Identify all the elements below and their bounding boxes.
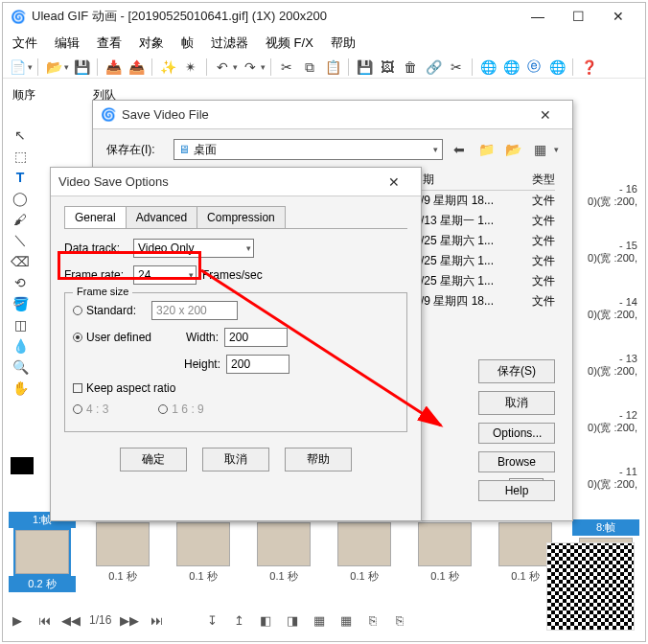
color-swatch[interactable] <box>11 457 34 474</box>
browse-button[interactable]: Browse <box>478 451 555 472</box>
help-button[interactable]: 帮助 <box>285 448 352 472</box>
m1-icon[interactable]: ◧ <box>257 611 274 629</box>
menu-frame[interactable]: 帧 <box>175 33 199 54</box>
text-icon[interactable]: T <box>11 168 30 187</box>
web-icon[interactable]: 🌐 <box>479 58 497 76</box>
menu-videofx[interactable]: 视频 F/X <box>260 33 319 54</box>
location-value: 桌面 <box>194 142 217 158</box>
web2-icon[interactable]: 🌐 <box>502 58 520 76</box>
timeline-frame[interactable]: 0.1 秒 <box>250 520 317 585</box>
menu-filter[interactable]: 过滤器 <box>205 33 254 54</box>
dropdown-icon[interactable]: ▾ <box>64 62 69 72</box>
menu-object[interactable]: 对象 <box>133 33 170 54</box>
save-button[interactable]: 保存(S) <box>478 359 555 383</box>
dialog-icon: 🌀 <box>101 107 116 122</box>
fx-icon[interactable]: ✴ <box>182 58 199 76</box>
cut-icon[interactable]: ✂ <box>278 58 295 76</box>
save-icon[interactable]: 💾 <box>73 58 90 76</box>
line-icon[interactable]: ＼ <box>11 231 30 250</box>
link-icon[interactable]: 🔗 <box>425 58 442 76</box>
maximize-button[interactable]: ☐ <box>559 5 597 28</box>
erase-icon[interactable]: ⌫ <box>11 252 30 271</box>
up-folder-icon[interactable]: 📁 <box>477 141 495 158</box>
save-close-button[interactable]: ✕ <box>526 104 565 126</box>
location-dropdown[interactable]: 🖥 桌面 ▾ <box>174 139 443 160</box>
web3-icon[interactable]: 🌐 <box>548 58 566 76</box>
app-icon: 🌀 <box>11 10 26 24</box>
prev-icon[interactable]: ⏮ <box>35 611 53 629</box>
menubar: 文件 编辑 查看 对象 帧 过滤器 视频 F/X 帮助 <box>3 30 645 57</box>
view-menu-icon[interactable]: ▦ <box>531 141 548 158</box>
outbox-icon[interactable]: 📤 <box>127 58 145 76</box>
unlink-icon[interactable]: ✂ <box>448 58 465 76</box>
pointer-icon[interactable]: ↖ <box>11 126 30 145</box>
opt-titlebar[interactable]: Video Save Options ✕ <box>51 168 421 196</box>
dropdown-icon[interactable]: ▾ <box>261 62 266 72</box>
help-button[interactable]: Help <box>478 480 555 501</box>
fill-icon[interactable]: 🪣 <box>11 294 30 313</box>
open-icon[interactable]: 📂 <box>45 58 62 76</box>
close-button[interactable]: ✕ <box>599 5 637 28</box>
timeline[interactable]: 1:帧0.2 秒0.1 秒0.1 秒0.1 秒0.1 秒0.1 秒0.1 秒8:… <box>9 511 639 593</box>
cancel-button[interactable]: 取消 <box>202 448 269 472</box>
undo-icon[interactable]: ↶ <box>214 58 231 76</box>
play-icon[interactable]: ▶ <box>9 611 26 629</box>
mark-out-icon[interactable]: ↥ <box>230 611 247 629</box>
back-icon[interactable]: ⬅ <box>451 141 468 158</box>
new-folder-icon[interactable]: 📂 <box>504 141 521 158</box>
timeline-frame[interactable]: 0.1 秒 <box>170 520 237 585</box>
hand-icon[interactable]: ✋ <box>11 379 30 398</box>
paste-icon[interactable]: 📋 <box>324 58 341 76</box>
m6-icon[interactable]: ⎘ <box>391 611 408 629</box>
dropdown-icon[interactable]: ▾ <box>28 62 33 72</box>
tab-advanced[interactable]: Advanced <box>126 206 197 228</box>
lasso-icon[interactable]: ⟲ <box>11 273 30 292</box>
dropdown-icon[interactable]: ▾ <box>233 62 238 72</box>
trash-icon[interactable]: 🗑 <box>402 58 419 76</box>
cancel-button[interactable]: 取消 <box>478 391 555 415</box>
crop-icon[interactable]: ◫ <box>11 315 30 334</box>
frame-icon[interactable]: 🖼 <box>379 58 396 76</box>
options-button[interactable]: Options... <box>478 423 555 444</box>
marquee-icon[interactable]: ⬚ <box>11 147 30 166</box>
rew-icon[interactable]: ◀◀ <box>62 611 80 629</box>
save-titlebar[interactable]: 🌀 Save Video File ✕ <box>93 101 572 129</box>
tab-general[interactable]: General <box>64 206 127 228</box>
save2-icon[interactable]: 💾 <box>356 58 373 76</box>
menu-view[interactable]: 查看 <box>91 33 127 54</box>
help-icon[interactable]: ❓ <box>580 58 597 76</box>
dropdown-icon[interactable]: ▾ <box>433 145 438 154</box>
inbox-icon[interactable]: 📥 <box>104 58 122 76</box>
globe-icon[interactable]: ⓔ <box>525 58 543 76</box>
main-titlebar[interactable]: 🌀 Ulead GIF 动画 - [20190525010641.gif] (1… <box>3 3 645 30</box>
col-type[interactable]: 类型 <box>532 172 555 188</box>
menu-edit[interactable]: 编辑 <box>49 33 85 54</box>
shape-icon[interactable]: ◯ <box>11 189 30 208</box>
new-icon[interactable]: 📄 <box>9 58 26 76</box>
m3-icon[interactable]: ▦ <box>311 611 328 629</box>
dropdown-icon[interactable]: ▾ <box>554 145 559 154</box>
timeline-frame[interactable]: 0.1 秒 <box>331 520 398 585</box>
fwd-icon[interactable]: ▶▶ <box>121 611 138 629</box>
next-icon[interactable]: ⏭ <box>148 611 165 629</box>
m2-icon[interactable]: ◨ <box>284 611 301 629</box>
zoom-icon[interactable]: 🔍 <box>11 357 30 377</box>
tab-compression[interactable]: Compression <box>197 206 286 228</box>
brush-icon[interactable]: 🖌 <box>11 210 30 229</box>
mark-in-icon[interactable]: ↧ <box>203 611 220 629</box>
timeline-frame[interactable]: 0.1 秒 <box>89 520 156 585</box>
timeline-frame[interactable]: 0.1 秒 <box>411 520 478 585</box>
timeline-frame[interactable]: 1:帧0.2 秒 <box>9 512 76 592</box>
wand-icon[interactable]: ✨ <box>159 58 176 76</box>
qr-code <box>546 542 635 631</box>
m5-icon[interactable]: ⎘ <box>364 611 382 629</box>
menu-help[interactable]: 帮助 <box>325 33 361 54</box>
redo-icon[interactable]: ↷ <box>242 58 259 76</box>
eyedrop-icon[interactable]: 💧 <box>11 336 30 356</box>
minimize-button[interactable]: ― <box>519 5 557 28</box>
m4-icon[interactable]: ▦ <box>337 611 355 629</box>
ok-button[interactable]: 确定 <box>120 448 187 472</box>
copy-icon[interactable]: ⧉ <box>301 58 318 76</box>
menu-file[interactable]: 文件 <box>7 33 43 54</box>
opt-close-button[interactable]: ✕ <box>375 171 413 194</box>
